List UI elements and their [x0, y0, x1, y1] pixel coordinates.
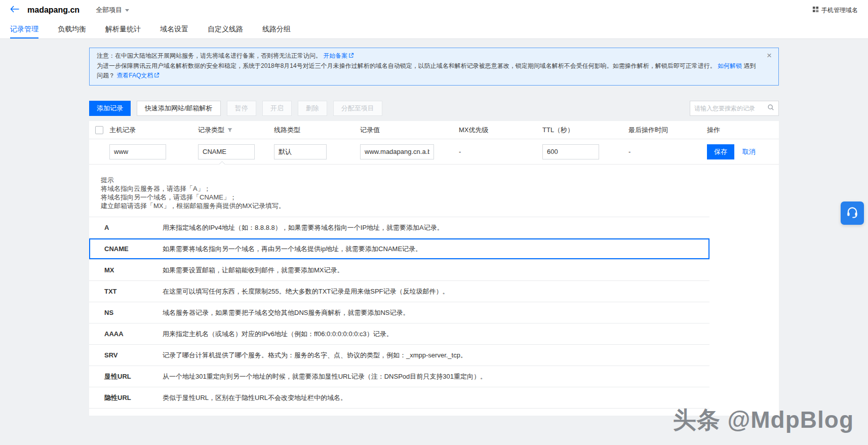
edit-line-cell [274, 144, 360, 159]
option-description: 用来指定域名的IPv4地址（如：8.8.8.8），如果需要将域名指向一个IP地址… [163, 223, 709, 232]
notice-line-2: 为进一步保障腾讯云用户域名解析数据的安全和稳定，系统于2018年8月14号对近三… [97, 61, 756, 81]
tab[interactable]: 线路分组 [262, 20, 291, 38]
tip-line: 将域名指向云服务器，请选择「A」； [101, 184, 779, 193]
record-type-option[interactable]: SRV 记录了哪台计算机提供了哪个服务。格式为：服务的名字、点、协议的类型，例如… [89, 345, 709, 366]
tab[interactable]: 自定义线路 [208, 20, 243, 38]
tab-label: 域名设置 [160, 25, 188, 33]
search-icon[interactable] [767, 104, 774, 113]
assign-project-button[interactable]: 分配至项目 [333, 101, 382, 116]
tab-label: 线路分组 [262, 25, 291, 33]
faq-doc-link[interactable]: 查看FAQ文档 [116, 72, 160, 79]
filter-icon[interactable] [227, 127, 233, 133]
close-icon[interactable]: × [767, 51, 772, 60]
option-type-label: A [89, 224, 163, 231]
option-type-label: NS [89, 309, 163, 316]
save-button[interactable]: 保存 [707, 144, 734, 159]
col-header-label: MX优先级 [459, 126, 489, 135]
tips-title: 提示 [101, 176, 779, 184]
page-title: madapang.cn [27, 6, 80, 15]
last-modified-value: - [628, 148, 630, 155]
option-description: 用来指定主机名（或域名）对应的IPv6地址（例如：ff06:0:0:0:0:0:… [163, 330, 709, 339]
option-type-label: AAAA [89, 330, 163, 338]
mx-priority-value: - [459, 148, 461, 155]
edit-actions-cell: 保存 取消 [707, 144, 779, 159]
search-input[interactable] [694, 105, 767, 112]
notice-text-2: 为进一步保障腾讯云用户域名解析数据的安全和稳定，系统于2018年8月14号对近三… [97, 62, 716, 69]
col-header-label: 操作 [707, 126, 720, 135]
col-header-label: TTL（秒） [542, 126, 574, 135]
col-header-line-type: 线路类型 [274, 126, 360, 135]
host-input[interactable] [109, 144, 166, 159]
record-type-option[interactable]: 显性URL 从一个地址301重定向到另一个地址的时候，就需要添加显性URL记录（… [89, 366, 709, 387]
header-checkbox-cell [89, 126, 109, 134]
col-header-mx: MX优先级 [459, 126, 542, 135]
cancel-link[interactable]: 取消 [742, 147, 756, 156]
add-record-button[interactable]: 添加记录 [89, 101, 131, 116]
start-filing-link[interactable]: 开始备案 [323, 52, 354, 59]
mobile-manage-link[interactable]: 手机管理域名 [812, 6, 858, 15]
tab-label: 记录管理 [10, 25, 38, 33]
tab-bar: 记录管理 负载均衡 解析量统计 域名设置 自定义线路 线路分组 [0, 20, 868, 39]
line-type-input[interactable] [274, 144, 327, 159]
record-type-option[interactable]: AAAA 用来指定主机名（或域名）对应的IPv6地址（例如：ff06:0:0:0… [89, 323, 709, 345]
tab-label: 负载均衡 [58, 25, 86, 33]
notice-banner: 注意：在中国大陆地区开展网站服务，请先将域名进行备案，否则将无法正常访问。 开始… [89, 48, 779, 86]
record-type-option[interactable]: TXT 在这里可以填写任何东西，长度限制255。绝大多数的TXT记录是用来做SP… [89, 281, 709, 302]
option-type-label: SRV [89, 351, 163, 359]
mobile-manage-label: 手机管理域名 [821, 6, 858, 15]
content: 注意：在中国大陆地区开展网站服务，请先将域名进行备案，否则将无法正常访问。 开始… [89, 39, 779, 416]
record-value-input[interactable] [360, 144, 434, 159]
record-edit-row: - - 保存 取消 [89, 139, 779, 165]
tips-lines: 将域名指向云服务器，请选择「A」； 将域名指向另一个域名，请选择「CNAME」；… [101, 184, 779, 210]
start-filing-label: 开始备案 [323, 52, 347, 59]
how-to-unlock-link[interactable]: 如何解锁 [718, 62, 742, 69]
tab-label: 自定义线路 [208, 25, 243, 33]
option-description: 在这里可以填写任何东西，长度限制255。绝大多数的TXT记录是用来做SPF记录（… [163, 287, 709, 296]
enable-button[interactable]: 开启 [262, 101, 292, 116]
col-header-label: 最后操作时间 [628, 126, 668, 135]
chevron-down-icon [125, 9, 129, 12]
option-description: 记录了哪台计算机提供了哪个服务。格式为：服务的名字、点、协议的类型，例如：_xm… [163, 351, 709, 360]
record-type-option[interactable]: A 用来指定域名的IPv4地址（如：8.8.8.8），如果需要将域名指向一个IP… [89, 217, 709, 238]
record-type-input[interactable] [198, 144, 255, 159]
tab[interactable]: 域名设置 [160, 20, 188, 38]
notice-text-1: 注意：在中国大陆地区开展网站服务，请先将域名进行备案，否则将无法正常访问。 [97, 52, 322, 59]
pause-button[interactable]: 暂停 [227, 101, 256, 116]
col-header-value: 记录值 [360, 126, 459, 135]
record-type-option[interactable]: MX 如果需要设置邮箱，让邮箱能收到邮件，就需要添加MX记录。 [89, 260, 709, 281]
headset-icon [846, 206, 859, 221]
col-header-label: 记录类型 [198, 126, 224, 135]
delete-button[interactable]: 删除 [298, 101, 327, 116]
select-all-checkbox[interactable] [95, 126, 103, 134]
back-button[interactable] [10, 6, 19, 15]
tip-line: 建立邮箱请选择「MX」，根据邮箱服务商提供的MX记录填写。 [101, 201, 779, 210]
record-type-option[interactable]: 隐性URL 类似于显性URL，区别在于隐性URL不会改变地址栏中的域名。 [89, 387, 709, 409]
record-search [690, 101, 779, 116]
edit-mx-cell: - [459, 148, 542, 155]
edit-ttl-cell [542, 144, 628, 159]
record-type-option[interactable]: NS 域名服务器记录，如果需要把子域名交给其他DNS服务商解析，就需要添加NS记… [89, 302, 709, 323]
project-selector[interactable]: 全部项目 [96, 6, 129, 15]
edit-last-modified-cell: - [628, 148, 707, 155]
records-table: 主机记录 记录类型 线路类型 记录值 MX优先级 TTL（秒） 最后操作时间 操… [89, 121, 779, 416]
record-type-option[interactable]: CNAME 如果需要将域名指向另一个域名，再由另一个域名提供ip地址，就需要添加… [89, 238, 709, 260]
edit-value-cell [360, 144, 459, 159]
col-header-record-type: 记录类型 [198, 126, 274, 135]
type-helper-tips: 提示 将域名指向云服务器，请选择「A」； 将域名指向另一个域名，请选择「CNAM… [89, 165, 779, 210]
option-type-label: 显性URL [89, 372, 163, 381]
ttl-input[interactable] [542, 144, 599, 159]
option-description: 如果需要设置邮箱，让邮箱能收到邮件，就需要添加MX记录。 [163, 266, 709, 275]
tab[interactable]: 负载均衡 [58, 20, 86, 38]
tab[interactable]: 记录管理 [10, 20, 38, 38]
quick-add-button[interactable]: 快速添加网站/邮箱解析 [137, 101, 221, 116]
col-header-last-modified: 最后操作时间 [628, 126, 707, 135]
col-header-ttl: TTL（秒） [542, 126, 628, 135]
col-header-label: 线路类型 [274, 126, 300, 135]
customer-service-button[interactable] [841, 201, 864, 225]
col-header-host: 主机记录 [109, 126, 198, 135]
option-type-label: MX [89, 266, 163, 274]
external-link-icon [348, 52, 354, 61]
tab[interactable]: 解析量统计 [105, 20, 141, 38]
notice-line-1: 注意：在中国大陆地区开展网站服务，请先将域名进行备案，否则将无法正常访问。 开始… [97, 51, 756, 61]
dns-console-page: madapang.cn 全部项目 手机管理域名 记录管理 负载均衡 解析量统计 [0, 0, 868, 445]
